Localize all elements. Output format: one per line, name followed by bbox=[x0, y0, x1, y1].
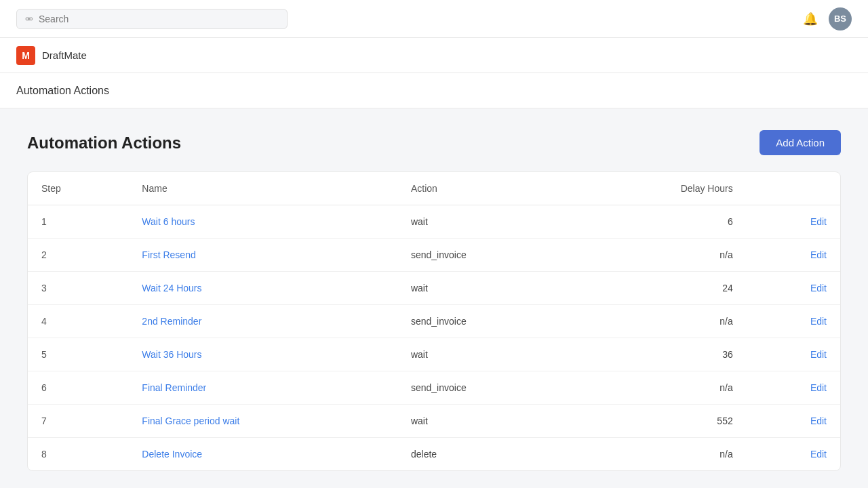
cell-step: 1 bbox=[28, 205, 128, 239]
table-row: 1 Wait 6 hours wait 6 Edit bbox=[28, 205, 840, 239]
cell-delay: n/a bbox=[575, 239, 746, 272]
cell-action: send_invoice bbox=[397, 239, 575, 272]
cell-edit: Edit bbox=[747, 239, 840, 272]
automation-actions-table-container: Step Name Action Delay Hours 1 Wait 6 ho… bbox=[27, 171, 841, 471]
cell-name: Final Reminder bbox=[128, 371, 397, 405]
row-name-link[interactable]: Final Grace period wait bbox=[142, 415, 239, 426]
col-header-step: Step bbox=[28, 172, 128, 205]
cell-step: 4 bbox=[28, 305, 128, 338]
brandbar: M DraftMate bbox=[0, 38, 868, 73]
cell-name: 2nd Reminder bbox=[128, 305, 397, 338]
cell-name: Final Grace period wait bbox=[128, 405, 397, 438]
breadcrumb-title: Automation Actions bbox=[16, 85, 109, 97]
cell-step: 7 bbox=[28, 405, 128, 438]
cell-action: wait bbox=[397, 205, 575, 239]
cell-delay: n/a bbox=[575, 438, 746, 471]
cell-edit: Edit bbox=[747, 405, 840, 438]
row-name-link[interactable]: 2nd Reminder bbox=[142, 316, 201, 327]
cell-delay: n/a bbox=[575, 305, 746, 338]
table-row: 6 Final Reminder send_invoice n/a Edit bbox=[28, 371, 840, 405]
brand-logo: M bbox=[16, 46, 35, 65]
table-header: Step Name Action Delay Hours bbox=[28, 172, 840, 205]
col-header-name: Name bbox=[128, 172, 397, 205]
cell-edit: Edit bbox=[747, 305, 840, 338]
edit-link[interactable]: Edit bbox=[810, 349, 827, 360]
cell-name: Delete Invoice bbox=[128, 438, 397, 471]
edit-link[interactable]: Edit bbox=[810, 316, 827, 327]
search-container: ⚮ bbox=[16, 9, 288, 29]
automation-actions-table: Step Name Action Delay Hours 1 Wait 6 ho… bbox=[28, 172, 840, 470]
cell-step: 3 bbox=[28, 272, 128, 305]
row-name-link[interactable]: Delete Invoice bbox=[142, 449, 202, 460]
edit-link[interactable]: Edit bbox=[810, 449, 827, 460]
col-header-delay: Delay Hours bbox=[575, 172, 746, 205]
edit-link[interactable]: Edit bbox=[810, 283, 827, 293]
table-row: 4 2nd Reminder send_invoice n/a Edit bbox=[28, 305, 840, 338]
row-name-link[interactable]: Wait 24 Hours bbox=[142, 283, 201, 293]
edit-link[interactable]: Edit bbox=[810, 415, 827, 426]
bell-icon[interactable]: 🔔 bbox=[803, 12, 818, 26]
cell-name: Wait 24 Hours bbox=[128, 272, 397, 305]
page-title-bar: Automation Actions bbox=[0, 73, 868, 108]
cell-step: 5 bbox=[28, 338, 128, 371]
col-header-edit bbox=[747, 172, 840, 205]
cell-delay: 552 bbox=[575, 405, 746, 438]
table-row: 8 Delete Invoice delete n/a Edit bbox=[28, 438, 840, 471]
cell-step: 8 bbox=[28, 438, 128, 471]
search-icon: ⚮ bbox=[25, 14, 33, 24]
content-header: Automation Actions Add Action bbox=[27, 130, 841, 155]
cell-action: wait bbox=[397, 405, 575, 438]
edit-link[interactable]: Edit bbox=[810, 382, 827, 393]
cell-edit: Edit bbox=[747, 205, 840, 239]
cell-action: wait bbox=[397, 272, 575, 305]
table-row: 5 Wait 36 Hours wait 36 Edit bbox=[28, 338, 840, 371]
table-row: 2 First Resend send_invoice n/a Edit bbox=[28, 239, 840, 272]
cell-step: 6 bbox=[28, 371, 128, 405]
cell-edit: Edit bbox=[747, 272, 840, 305]
cell-delay: 24 bbox=[575, 272, 746, 305]
row-name-link[interactable]: Wait 6 hours bbox=[142, 216, 195, 227]
cell-action: wait bbox=[397, 338, 575, 371]
table-body: 1 Wait 6 hours wait 6 Edit 2 First Resen… bbox=[28, 205, 840, 471]
main-content: Automation Actions Add Action Step Name … bbox=[0, 108, 868, 488]
page-heading: Automation Actions bbox=[27, 134, 181, 152]
brand-name: DraftMate bbox=[42, 49, 87, 61]
cell-delay: n/a bbox=[575, 371, 746, 405]
edit-link[interactable]: Edit bbox=[810, 249, 827, 260]
add-action-button[interactable]: Add Action bbox=[760, 130, 841, 155]
cell-action: delete bbox=[397, 438, 575, 471]
search-input[interactable] bbox=[39, 14, 279, 24]
table-row: 7 Final Grace period wait wait 552 Edit bbox=[28, 405, 840, 438]
topbar-right: 🔔 BS bbox=[803, 7, 852, 30]
avatar[interactable]: BS bbox=[829, 7, 852, 30]
row-name-link[interactable]: Final Reminder bbox=[142, 382, 206, 393]
cell-edit: Edit bbox=[747, 371, 840, 405]
row-name-link[interactable]: First Resend bbox=[142, 249, 195, 260]
cell-delay: 36 bbox=[575, 338, 746, 371]
cell-delay: 6 bbox=[575, 205, 746, 239]
cell-name: Wait 6 hours bbox=[128, 205, 397, 239]
cell-action: send_invoice bbox=[397, 371, 575, 405]
cell-edit: Edit bbox=[747, 438, 840, 471]
table-row: 3 Wait 24 Hours wait 24 Edit bbox=[28, 272, 840, 305]
edit-link[interactable]: Edit bbox=[810, 216, 827, 227]
topbar: ⚮ 🔔 BS bbox=[0, 0, 868, 38]
cell-name: First Resend bbox=[128, 239, 397, 272]
cell-name: Wait 36 Hours bbox=[128, 338, 397, 371]
col-header-action: Action bbox=[397, 172, 575, 205]
cell-edit: Edit bbox=[747, 338, 840, 371]
cell-action: send_invoice bbox=[397, 305, 575, 338]
row-name-link[interactable]: Wait 36 Hours bbox=[142, 349, 201, 360]
cell-step: 2 bbox=[28, 239, 128, 272]
